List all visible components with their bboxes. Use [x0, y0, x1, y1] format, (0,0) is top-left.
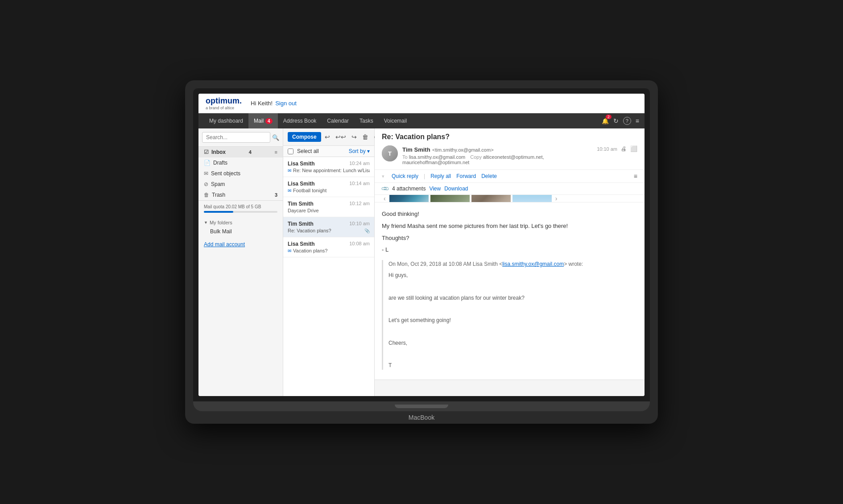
attach-download-link[interactable]: Download	[444, 186, 468, 192]
email-type-icon: ✉	[288, 188, 291, 193]
email-detail: Re: Vacation plans? T Tim Smith <tim.smi…	[375, 128, 645, 396]
copy-label: Copy	[470, 154, 482, 160]
reply-all-toolbar-button[interactable]: ↩↩	[334, 132, 348, 141]
spam-icon: ⊘	[204, 181, 208, 187]
print-icon[interactable]: 🖨	[621, 145, 627, 152]
logo-text: optimum.	[206, 96, 242, 105]
my-folders-arrow-icon: ▼	[204, 220, 208, 225]
action-expand-icon: ▾	[382, 174, 384, 179]
nav-tasks[interactable]: Tasks	[354, 113, 379, 128]
body-line2: My friend Masha sent me some pictures fr…	[382, 222, 637, 231]
nav-calendar[interactable]: Calendar	[322, 113, 354, 128]
email-detail-subject: Re: Vacation plans?	[382, 133, 637, 141]
folder-sent[interactable]: ✉ Sent objects	[198, 168, 283, 179]
star-icon[interactable]: ⬜	[630, 145, 637, 152]
attachment-thumb-2[interactable]: DSC01197.JPG	[430, 195, 470, 202]
nav-addressbook[interactable]: Address Book	[278, 113, 322, 128]
search-input[interactable]	[202, 132, 270, 143]
main-layout: 🔍 ☑ Inbox 4 ≡ 📄 Drafts ✉ Sent obj	[198, 128, 645, 396]
attachment-thumb-1[interactable]	[389, 195, 429, 202]
email-subject: Daycare Drive	[288, 208, 370, 213]
avatar-img: T	[382, 145, 398, 161]
screen: optimum. a brand of altice Hi Keith! Sig…	[198, 94, 645, 396]
quoted-email-link[interactable]: lisa.smithy.ox@gmail.com	[502, 261, 564, 267]
macbook-label: MacBook	[193, 411, 650, 424]
from-name: Tim Smith	[402, 146, 430, 153]
add-mail-account-link[interactable]: Add mail account	[198, 236, 283, 253]
from-name-row: Tim Smith <tim.smithy.ox@gmail.com>	[402, 145, 592, 153]
email-from-info: Tim Smith <tim.smithy.ox@gmail.com> To l…	[402, 145, 592, 165]
gallery-prev-icon[interactable]: ‹	[382, 195, 388, 202]
quoted-line-1: Hi guys,	[388, 271, 637, 280]
bulk-mail-label: Bulk Mail	[210, 228, 232, 235]
quoted-header-text: On Mon, Oct 29, 2018 at 10:08 AM Lisa Sm…	[388, 261, 502, 267]
attachments-bar: 📎 4 attachments View Download	[375, 183, 645, 195]
email-item[interactable]: Lisa Smith 10:24 am ✉ Re: New appointmen…	[283, 157, 374, 177]
help-icon[interactable]: ?	[623, 117, 631, 125]
quota-bar-fill	[204, 211, 233, 213]
inbox-badge: 4	[249, 149, 252, 155]
email-body: Good thinking! My friend Masha sent me s…	[375, 202, 645, 380]
inbox-icon: ☑	[204, 149, 209, 155]
hamburger-menu-icon[interactable]: ≡	[636, 117, 639, 124]
nav-voicemail[interactable]: Voicemail	[379, 113, 412, 128]
quick-reply-button[interactable]: Quick reply	[392, 173, 418, 179]
app-header: optimum. a brand of altice Hi Keith! Sig…	[198, 94, 645, 113]
quoted-header-end: > wrote:	[564, 261, 583, 267]
quoted-line-7: Cheers,	[388, 339, 637, 347]
sort-by-button[interactable]: Sort by ▾	[349, 148, 370, 154]
attach-view-link[interactable]: View	[429, 186, 441, 192]
email-subject: ✉ Re: New appointment: Lunch w/Lisa	[288, 168, 370, 173]
forward-toolbar-button[interactable]: ↪	[350, 132, 359, 141]
sent-label: Sent objects	[211, 170, 240, 177]
my-folders-label: My folders	[210, 220, 232, 225]
sidebar: 🔍 ☑ Inbox 4 ≡ 📄 Drafts ✉ Sent obj	[198, 128, 283, 396]
nav-icons: 🔔 2 ↻ ? ≡	[602, 117, 639, 125]
mail-quota: Mail quota 20.02 MB of 5 GB	[198, 200, 283, 216]
delete-toolbar-button[interactable]: 🗑	[360, 132, 370, 141]
email-toolbar: Compose ↩ ↩↩ ↪ 🗑 ⊘ 🔖 ▣ ≡ View ▾	[283, 128, 374, 146]
to-line: To lisa.smithy.ox@gmail.com Copy alticeo…	[402, 154, 592, 165]
gallery-next-icon[interactable]: ›	[554, 195, 559, 202]
email-item[interactable]: Lisa Smith 10:08 am ✉ Vacation plans?	[283, 237, 374, 257]
search-icon[interactable]: 🔍	[272, 134, 279, 141]
nav-dashboard[interactable]: My dashboard	[204, 113, 248, 128]
more-options-icon[interactable]: ≡	[634, 173, 637, 180]
notification-icon[interactable]: 🔔 2	[602, 117, 609, 124]
email-sender: Lisa Smith	[288, 181, 315, 187]
forward-button[interactable]: Forward	[456, 173, 476, 179]
email-type-icon: ✉	[288, 168, 291, 173]
body-line3: Thoughts?	[382, 234, 637, 243]
from-email: <tim.smithy.ox@gmail.com>	[432, 147, 494, 153]
reply-all-button[interactable]: Reply all	[430, 173, 451, 179]
quota-bar-bg	[204, 211, 277, 213]
to-label: To	[402, 154, 408, 160]
nav-mail[interactable]: Mail 4	[248, 113, 278, 128]
folder-spam[interactable]: ⊘ Spam	[198, 179, 283, 190]
email-subject: ✉ Football tonight	[288, 188, 370, 193]
signout-link[interactable]: Sign out	[275, 100, 297, 107]
attachment-thumb-4[interactable]	[512, 195, 552, 202]
folder-drafts[interactable]: 📄 Drafts	[198, 157, 283, 168]
folder-inbox[interactable]: ☑ Inbox 4 ≡	[198, 147, 283, 157]
delete-button[interactable]: Delete	[481, 173, 497, 179]
refresh-icon[interactable]: ↻	[613, 117, 619, 124]
compose-button[interactable]: Compose	[288, 132, 321, 142]
email-item[interactable]: Lisa Smith 10:14 am ✉ Football tonight	[283, 177, 374, 197]
search-bar: 🔍	[198, 128, 283, 147]
email-item[interactable]: Tim Smith 10:12 am Daycare Drive	[283, 197, 374, 217]
folder-bulk-mail[interactable]: Bulk Mail	[198, 227, 283, 236]
email-item-selected[interactable]: Tim Smith 10:10 am Re: Vacation plans? 📎	[283, 217, 374, 237]
inbox-menu-icon[interactable]: ≡	[275, 149, 277, 155]
select-all-checkbox[interactable]	[288, 149, 293, 154]
attachment-thumb-3[interactable]	[471, 195, 511, 202]
my-folders[interactable]: ▼ My folders	[198, 216, 283, 227]
avatar: T	[382, 145, 398, 161]
folder-trash[interactable]: 🗑 Trash 3	[198, 190, 283, 200]
logo-sub: a brand of altice	[206, 106, 242, 110]
attach-count: 4 attachments	[392, 186, 426, 192]
quoted-text: On Mon, Oct 29, 2018 at 10:08 AM Lisa Sm…	[382, 260, 637, 370]
quota-value: 20.02 MB of 5 GB	[226, 204, 261, 209]
reply-button[interactable]: ↩	[323, 132, 332, 141]
laptop-container: optimum. a brand of altice Hi Keith! Sig…	[185, 80, 658, 424]
